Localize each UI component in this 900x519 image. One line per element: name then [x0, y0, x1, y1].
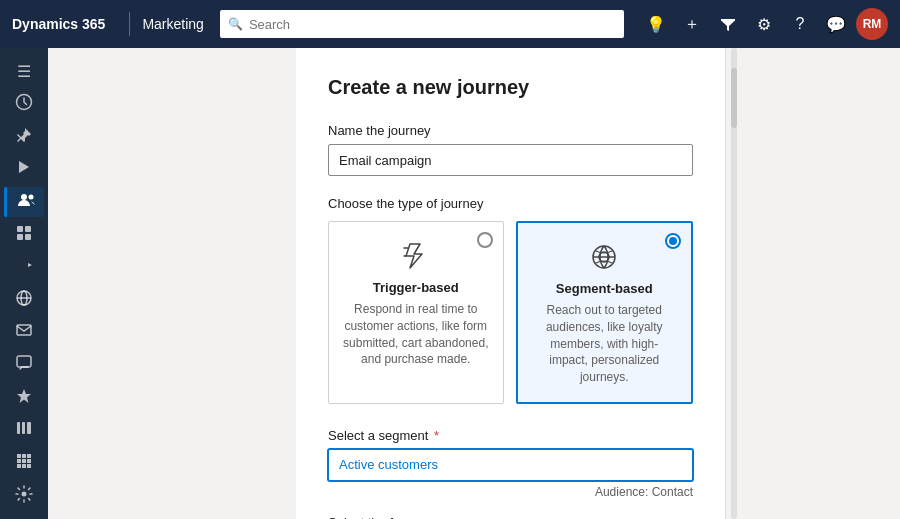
svg-rect-21 — [22, 459, 26, 463]
sidebar-item-star[interactable] — [4, 382, 44, 413]
segment-input-wrap — [328, 449, 693, 481]
sidebar-item-home[interactable] — [4, 89, 44, 120]
sidebar-item-library[interactable] — [4, 415, 44, 446]
sidebar-item-menu[interactable]: ☰ — [4, 56, 44, 87]
help-icon[interactable]: ? — [784, 8, 816, 40]
trigger-radio — [477, 232, 493, 248]
trigger-card-desc: Respond in real time to customer actions… — [343, 301, 489, 368]
segment-icon — [532, 239, 678, 275]
brand-name: Dynamics 365 — [12, 16, 105, 32]
search-input[interactable] — [220, 10, 624, 38]
segment-card-desc: Reach out to targeted audiences, like lo… — [532, 302, 678, 386]
avatar[interactable]: RM — [856, 8, 888, 40]
name-label: Name the journey — [328, 123, 693, 138]
svg-rect-5 — [25, 226, 31, 232]
search-icon: 🔍 — [228, 17, 243, 31]
nav-divider — [129, 12, 130, 36]
settings-gear-icon — [15, 485, 33, 507]
sidebar-item-chat[interactable] — [4, 350, 44, 381]
sidebar-item-globe[interactable] — [4, 284, 44, 315]
svg-rect-20 — [17, 459, 21, 463]
segment-card-name: Segment-based — [532, 281, 678, 296]
menu-icon: ☰ — [17, 62, 31, 81]
svg-rect-24 — [22, 464, 26, 468]
clock-icon — [15, 93, 33, 115]
app-name: Marketing — [142, 16, 203, 32]
svg-rect-18 — [22, 454, 26, 458]
top-navigation: Dynamics 365 Marketing 🔍 💡 ＋ ⚙ ? 💬 RM — [0, 0, 900, 48]
journey-type-cards: Trigger-based Respond in real time to cu… — [328, 221, 693, 404]
trigger-card-name: Trigger-based — [343, 280, 489, 295]
contacts-icon — [17, 191, 35, 213]
sidebar-item-contacts[interactable] — [4, 187, 44, 218]
svg-marker-1 — [19, 161, 29, 173]
segment-required: * — [430, 428, 439, 443]
svg-rect-7 — [25, 234, 31, 240]
sidebar-item-segments[interactable] — [4, 252, 44, 283]
frequency-label: Select the frequency — [328, 515, 693, 519]
segment-input[interactable] — [328, 449, 693, 481]
audience-label: Audience: Contact — [328, 485, 693, 499]
sidebar-item-play[interactable] — [4, 154, 44, 185]
sidebar-item-pin[interactable] — [4, 121, 44, 152]
lightbulb-icon[interactable]: 💡 — [640, 8, 672, 40]
svg-rect-19 — [27, 454, 31, 458]
svg-marker-13 — [17, 389, 31, 403]
svg-rect-11 — [17, 325, 31, 335]
trigger-icon — [343, 238, 489, 274]
svg-rect-17 — [17, 454, 21, 458]
brand-logo[interactable]: Dynamics 365 — [12, 16, 117, 32]
sidebar-item-mail[interactable] — [4, 317, 44, 348]
grid-icon — [15, 224, 33, 246]
segment-section: Select a segment * Audience: Contact — [328, 428, 693, 499]
sidebar-item-grid2[interactable] — [4, 448, 44, 479]
segment-radio — [665, 233, 681, 249]
create-journey-form: Create a new journey Name the journey Ch… — [296, 48, 726, 519]
svg-rect-23 — [17, 464, 21, 468]
segments-icon — [15, 256, 33, 278]
chat-bubble-icon — [15, 354, 33, 376]
svg-point-3 — [28, 194, 33, 199]
star-icon — [15, 387, 33, 409]
filter-icon[interactable] — [712, 8, 744, 40]
add-icon[interactable]: ＋ — [676, 8, 708, 40]
pin-icon — [15, 126, 33, 148]
sidebar: ☰ — [0, 48, 48, 519]
svg-rect-16 — [27, 422, 31, 434]
svg-rect-25 — [27, 464, 31, 468]
chat-icon[interactable]: 💬 — [820, 8, 852, 40]
search-container: 🔍 — [220, 10, 624, 38]
mail-icon — [15, 321, 33, 343]
journey-name-input[interactable] — [328, 144, 693, 176]
svg-rect-22 — [27, 459, 31, 463]
page-title: Create a new journey — [328, 76, 693, 99]
sidebar-item-grid[interactable] — [4, 219, 44, 250]
nav-icon-group: 💡 ＋ ⚙ ? 💬 RM — [640, 8, 888, 40]
svg-rect-12 — [17, 356, 31, 367]
segment-based-card[interactable]: Segment-based Reach out to targeted audi… — [516, 221, 694, 404]
scrollbar-thumb[interactable] — [731, 68, 737, 128]
library-icon — [15, 419, 33, 441]
play-icon — [15, 158, 33, 180]
svg-rect-15 — [22, 422, 25, 434]
segment-label: Select a segment * — [328, 428, 693, 443]
scrollbar-area — [726, 48, 742, 519]
trigger-based-card[interactable]: Trigger-based Respond in real time to cu… — [328, 221, 504, 404]
globe-icon — [15, 289, 33, 311]
left-padding — [48, 48, 296, 519]
svg-point-2 — [21, 194, 27, 200]
settings-icon[interactable]: ⚙ — [748, 8, 780, 40]
journey-type-label: Choose the type of journey — [328, 196, 693, 211]
svg-point-26 — [22, 491, 27, 496]
svg-rect-6 — [17, 234, 23, 240]
sidebar-item-settings[interactable] — [4, 480, 44, 511]
svg-rect-14 — [17, 422, 20, 434]
apps-icon — [15, 452, 33, 474]
svg-rect-4 — [17, 226, 23, 232]
scrollbar-track — [731, 48, 737, 519]
main-layout: ☰ — [0, 48, 900, 519]
